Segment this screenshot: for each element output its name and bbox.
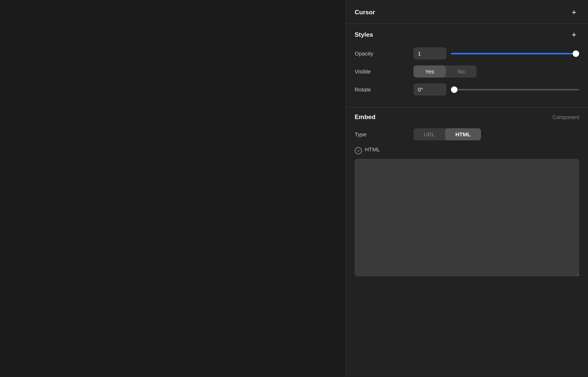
visible-toggle-group: Yes No (413, 65, 477, 78)
html-textarea[interactable] (355, 159, 579, 276)
visible-no-button[interactable]: No (446, 65, 476, 78)
opacity-controls (413, 47, 579, 60)
cursor-title: Cursor (355, 9, 375, 16)
html-label-row: + HTML (355, 146, 579, 154)
opacity-input[interactable] (413, 47, 447, 60)
embed-title: Embed (355, 114, 376, 121)
cursor-section: Cursor + (346, 0, 588, 24)
visible-row: Visible Yes No (355, 65, 579, 78)
type-row: Type URL HTML (355, 128, 579, 140)
rotate-slider-container (451, 89, 579, 90)
embed-component-label: Component (553, 114, 579, 120)
opacity-row: Opacity (355, 47, 579, 60)
opacity-slider-thumb[interactable] (573, 50, 579, 57)
rotate-slider-thumb[interactable] (451, 86, 458, 93)
rotate-label: Rotate (355, 86, 413, 93)
styles-title: Styles (355, 31, 373, 39)
rotate-input[interactable] (413, 83, 447, 96)
styles-section: Styles + Opacity Visible Yes No (346, 24, 588, 108)
embed-section: Embed Component Type URL HTML + HTML (346, 108, 588, 284)
rotate-slider-track[interactable] (451, 89, 579, 90)
html-label-text: HTML (365, 146, 380, 152)
styles-add-button[interactable]: + (569, 30, 579, 40)
visible-yes-button[interactable]: Yes (413, 65, 446, 78)
opacity-slider-container (451, 53, 579, 54)
opacity-label: Opacity (355, 50, 413, 57)
visible-label: Visible (355, 68, 413, 75)
visible-controls: Yes No (413, 65, 579, 78)
right-panel: Cursor + Styles + Opacity Visible (345, 0, 588, 377)
type-url-button[interactable]: URL (413, 128, 445, 140)
type-html-button[interactable]: HTML (445, 128, 481, 140)
plus-circle-icon: + (355, 147, 362, 154)
rotate-controls (413, 83, 579, 96)
opacity-slider-track[interactable] (451, 53, 579, 54)
type-label: Type (355, 131, 413, 137)
embed-header: Embed Component (355, 114, 579, 121)
styles-header: Styles + (355, 30, 579, 40)
canvas-area (0, 0, 345, 377)
type-toggle-group: URL HTML (413, 128, 481, 140)
rotate-row: Rotate (355, 83, 579, 96)
type-controls: URL HTML (413, 128, 579, 140)
cursor-add-button[interactable]: + (569, 7, 579, 18)
